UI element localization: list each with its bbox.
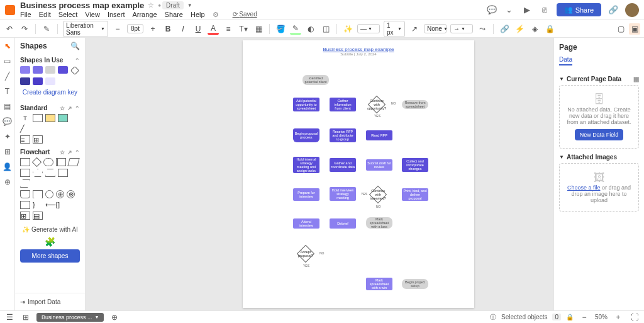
node-start[interactable]: Identified potential client [303, 75, 329, 85]
italic-button[interactable]: I [177, 23, 189, 35]
open-icon[interactable]: ↗ [67, 105, 72, 111]
redo-button[interactable]: ↷ [19, 23, 30, 35]
saved-status[interactable]: ⟳ Saved [233, 11, 257, 19]
format-painter-icon[interactable]: ✎ [41, 23, 52, 35]
record-icon[interactable]: ⎚ [539, 4, 550, 16]
table-tool-icon[interactable]: ⊞ [3, 147, 12, 156]
fc-shape15[interactable]: ▤ [33, 212, 43, 220]
line-jump-button[interactable]: ⤳ [477, 23, 488, 35]
line-style-select[interactable]: — ▼ [357, 24, 380, 33]
menu-arrange[interactable]: Arrange [132, 11, 157, 19]
fc-circle[interactable] [45, 190, 53, 198]
cursor-tool-icon[interactable]: ⬉ [3, 42, 12, 50]
font-size-plus[interactable]: + [147, 23, 158, 35]
fc-shape6[interactable] [20, 190, 30, 198]
fullscreen-icon[interactable]: ⛶ [629, 312, 640, 323]
undo-button[interactable]: ↶ [4, 23, 15, 35]
canvas[interactable]: Business process map example Subtitle | … [86, 38, 553, 310]
action-button[interactable]: ⚡ [514, 23, 525, 35]
layout-button[interactable]: ▦ [253, 23, 264, 35]
fc-shape3[interactable] [45, 169, 55, 177]
draft-badge[interactable]: Draft [162, 1, 184, 9]
text-tool-icon[interactable]: T [3, 87, 12, 96]
generate-with-ai[interactable]: ✨ Generate with AI [15, 222, 85, 237]
node-prepare-interview[interactable]: Prepare for interview [293, 188, 319, 201]
font-select[interactable]: Liberation Sans ▼ [63, 21, 108, 37]
menu-insert[interactable]: Insert [108, 11, 125, 19]
choose-file-link[interactable]: Choose a file [567, 184, 601, 191]
pin-icon[interactable]: ☆ [60, 105, 65, 111]
fc-data[interactable] [67, 158, 79, 166]
fc-diamond[interactable] [32, 157, 42, 167]
shape-pen[interactable]: ╱ [20, 125, 30, 133]
font-size-field[interactable]: 8pt [127, 24, 143, 33]
more-shapes-button[interactable]: More shapes [20, 249, 80, 263]
zoom-out-button[interactable]: − [579, 312, 590, 323]
highlight-button[interactable]: ✎ [290, 23, 301, 35]
hyperlink-button[interactable]: 🔗 [499, 23, 510, 35]
draft-caret[interactable]: ▼ [187, 3, 192, 8]
fc-shape13[interactable]: ] [58, 201, 68, 209]
magic-button[interactable]: ✨ [342, 23, 353, 35]
zoom-level[interactable]: 50% [595, 314, 608, 320]
open-icon[interactable]: ↗ [67, 149, 72, 156]
line-start-select[interactable]: None▼ [424, 24, 447, 33]
fill-color-button[interactable]: 🪣 [275, 23, 286, 35]
node-remove[interactable]: Remove from spreadsheet [402, 100, 428, 109]
swatch-darkblue2[interactable] [33, 77, 43, 85]
zoom-in-button[interactable]: + [613, 312, 624, 323]
menu-help[interactable]: Help [191, 11, 205, 19]
shape-style-button[interactable]: ◫ [320, 23, 331, 35]
swatch-diamond[interactable] [70, 66, 79, 75]
bold-button[interactable]: B [162, 23, 174, 35]
node-receive-rfp[interactable]: Receive RFP and distribute to group [330, 128, 356, 142]
comment-tool-icon[interactable]: 💬 [3, 117, 12, 126]
doc-title[interactable]: Business process map example [20, 1, 144, 10]
pin-icon[interactable]: ☆ [60, 149, 65, 156]
shape-block[interactable] [58, 114, 68, 122]
smart-tool-icon[interactable]: ✦ [3, 132, 12, 141]
shape-rect[interactable] [33, 114, 43, 122]
rp-image-drop[interactable]: 🖼 Choose a file or drag and drop an imag… [559, 163, 639, 212]
node-continue-interview[interactable]: Continue with interview? [369, 186, 387, 203]
grid-icon[interactable]: ▦ [633, 76, 639, 82]
caret-icon[interactable]: ▼ [559, 154, 564, 160]
create-diagram-key[interactable]: Create diagram key [20, 85, 80, 99]
node-hold-strategy[interactable]: Hold internal strategy meeting and assig… [293, 157, 319, 173]
line-width-select[interactable]: 1 px▼ [384, 21, 405, 37]
node-debrief[interactable]: Debrief [330, 218, 356, 229]
underline-button[interactable]: U [192, 23, 204, 35]
node-interview-strategy[interactable]: Hold interview strategy meeting [330, 187, 356, 201]
extension-icon[interactable]: ⚙ [213, 11, 219, 19]
collapse-icon[interactable]: ⌃ [75, 57, 80, 64]
menu-view[interactable]: View [85, 11, 100, 19]
search-icon[interactable]: 🔍 [70, 42, 80, 50]
menu-select[interactable]: Select [58, 11, 78, 19]
collapse-icon[interactable]: ⌃ [75, 149, 80, 156]
avatar[interactable] [625, 3, 639, 17]
note-tool-icon[interactable]: ▤ [3, 102, 12, 111]
align-button[interactable]: ≡ [223, 23, 234, 35]
border-color-button[interactable]: ◐ [305, 23, 316, 35]
shape-note[interactable] [45, 114, 55, 122]
info-icon[interactable]: ⓘ [490, 313, 496, 322]
node-print-deliver[interactable]: Print, bind, and deliver proposal [402, 188, 428, 201]
comment-icon[interactable]: 💬 [486, 4, 497, 16]
node-continue-opp[interactable]: Continue with opportunity? [368, 96, 386, 113]
swatch-blue[interactable] [58, 66, 68, 74]
node-add-opportunity[interactable]: Add potential opportunity to spreadsheet [293, 98, 319, 111]
fc-shape4[interactable] [58, 169, 68, 177]
lock-button[interactable]: 🔒 [544, 23, 555, 35]
panel-toggle-2[interactable]: ▣ [629, 23, 640, 35]
present-icon[interactable]: ▶ [521, 4, 533, 16]
fc-shape8[interactable]: ⊕ [56, 190, 64, 198]
swatch-purple2[interactable] [33, 66, 43, 74]
node-collect-changes[interactable]: Collect and incorporate changes [402, 158, 428, 172]
fc-predef[interactable] [56, 158, 66, 166]
shape-grid[interactable]: ⊞ [33, 135, 43, 144]
caret-icon[interactable]: ▼ [559, 76, 564, 82]
swatch-light[interactable] [45, 77, 55, 85]
rp-tab-data[interactable]: Data [559, 56, 572, 65]
node-attend-interview[interactable]: Attend interview [293, 218, 319, 229]
fc-shape9[interactable]: ⊗ [67, 190, 75, 198]
